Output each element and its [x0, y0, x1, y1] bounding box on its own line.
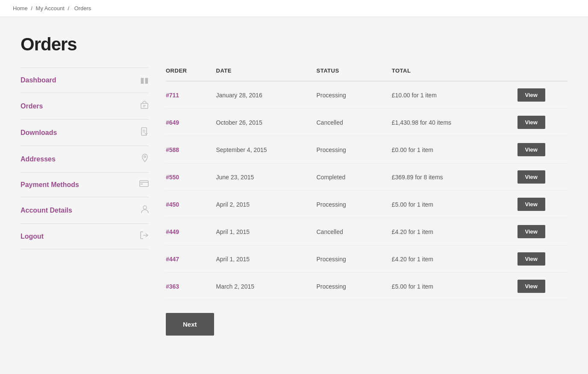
top-bar: Home / My Account / Orders: [0, 0, 588, 17]
order-number-link[interactable]: #447: [166, 256, 179, 263]
order-number-cell: #550: [166, 164, 216, 191]
orders-icon: [140, 101, 149, 111]
table-row: #711January 28, 2016Processing£10.00 for…: [166, 81, 567, 109]
table-row: #649October 26, 2015Cancelled£1,430.98 f…: [166, 109, 567, 136]
sidebar-label-account-details: Account Details: [21, 207, 72, 214]
view-order-button[interactable]: View: [517, 88, 545, 102]
orders-content: ORDER DATE STATUS TOTAL #711January 28, …: [166, 67, 567, 336]
order-status-cell: Processing: [317, 81, 392, 109]
col-header-total: TOTAL: [392, 67, 517, 81]
order-status-cell: Cancelled: [317, 218, 392, 245]
sidebar-label-orders: Orders: [21, 102, 43, 110]
table-row: #588September 4, 2015Processing£0.00 for…: [166, 136, 567, 164]
order-number-link[interactable]: #550: [166, 174, 179, 181]
order-date-cell: April 2, 2015: [216, 191, 317, 218]
downloads-icon: [141, 127, 149, 138]
order-status-cell: Processing: [317, 245, 392, 273]
order-number-cell: #711: [166, 81, 216, 109]
order-total-cell: £4.20 for 1 item: [392, 218, 517, 245]
order-status-cell: Processing: [317, 191, 392, 218]
order-status-cell: Completed: [317, 164, 392, 191]
sidebar-item-orders[interactable]: Orders: [21, 93, 149, 120]
order-total-cell: £1,430.98 for 40 items: [392, 109, 517, 136]
breadcrumb-my-account[interactable]: My Account: [36, 5, 65, 12]
order-status-cell: Processing: [317, 273, 392, 300]
sidebar-item-downloads[interactable]: Downloads: [21, 120, 149, 146]
order-date-cell: January 28, 2016: [216, 81, 317, 109]
logout-icon: [140, 231, 149, 241]
view-order-button[interactable]: View: [517, 252, 545, 266]
view-order-button[interactable]: View: [517, 225, 545, 238]
order-number-link[interactable]: #588: [166, 146, 179, 153]
sidebar-item-payment-methods[interactable]: Payment Methods: [21, 172, 149, 197]
order-date-cell: April 1, 2015: [216, 245, 317, 273]
order-action-cell: View: [517, 109, 568, 136]
order-number-cell: #588: [166, 136, 216, 164]
order-date-cell: June 23, 2015: [216, 164, 317, 191]
main-container: Orders Dashboard ▮▮ Orders: [8, 17, 580, 353]
order-total-cell: £0.00 for 1 item: [392, 136, 517, 164]
order-action-cell: View: [517, 218, 568, 245]
order-total-cell: £5.00 for 1 item: [392, 191, 517, 218]
order-number-cell: #447: [166, 245, 216, 273]
order-total-cell: £10.00 for 1 item: [392, 81, 517, 109]
breadcrumb: Home / My Account / Orders: [13, 5, 575, 12]
table-row: #449April 1, 2015Cancelled£4.20 for 1 it…: [166, 218, 567, 245]
order-date-cell: September 4, 2015: [216, 136, 317, 164]
order-number-cell: #450: [166, 191, 216, 218]
view-order-button[interactable]: View: [517, 116, 545, 129]
sidebar-label-logout: Logout: [21, 233, 44, 240]
view-order-button[interactable]: View: [517, 170, 545, 184]
breadcrumb-orders: Orders: [74, 5, 91, 12]
view-order-button[interactable]: View: [517, 198, 545, 211]
svg-point-10: [143, 206, 147, 209]
col-header-action: [517, 67, 568, 81]
sidebar-label-addresses: Addresses: [21, 155, 56, 163]
order-action-cell: View: [517, 245, 568, 273]
sidebar-label-downloads: Downloads: [21, 129, 57, 137]
order-number-cell: #449: [166, 218, 216, 245]
sidebar-item-dashboard[interactable]: Dashboard ▮▮: [21, 67, 149, 93]
order-status-cell: Processing: [317, 136, 392, 164]
dashboard-icon: ▮▮: [140, 76, 149, 85]
order-action-cell: View: [517, 273, 568, 300]
order-number-link[interactable]: #450: [166, 201, 179, 208]
sidebar-item-addresses[interactable]: Addresses: [21, 146, 149, 172]
sidebar-label-payment-methods: Payment Methods: [21, 181, 79, 189]
breadcrumb-home[interactable]: Home: [13, 5, 28, 12]
order-number-link[interactable]: #711: [166, 92, 179, 99]
sidebar-item-logout[interactable]: Logout: [21, 224, 149, 249]
col-header-date: DATE: [216, 67, 317, 81]
svg-rect-9: [141, 184, 143, 184]
table-row: #363March 2, 2015Processing£5.00 for 1 i…: [166, 273, 567, 300]
order-action-cell: View: [517, 136, 568, 164]
view-order-button[interactable]: View: [517, 143, 545, 156]
order-action-cell: View: [517, 191, 568, 218]
next-button[interactable]: Next: [166, 313, 214, 336]
account-details-icon: [141, 205, 149, 216]
order-total-cell: £4.20 for 1 item: [392, 245, 517, 273]
order-total-cell: £369.89 for 8 items: [392, 164, 517, 191]
order-action-cell: View: [517, 164, 568, 191]
col-header-order: ORDER: [166, 67, 216, 81]
page-title: Orders: [21, 34, 567, 55]
table-row: #550June 23, 2015Completed£369.89 for 8 …: [166, 164, 567, 191]
order-date-cell: October 26, 2015: [216, 109, 317, 136]
svg-rect-0: [141, 103, 148, 108]
order-number-link[interactable]: #363: [166, 283, 179, 290]
addresses-icon: [141, 154, 149, 164]
svg-point-6: [144, 156, 146, 158]
view-order-button[interactable]: View: [517, 280, 545, 293]
order-number-link[interactable]: #649: [166, 119, 179, 126]
order-number-cell: #649: [166, 109, 216, 136]
sidebar: Dashboard ▮▮ Orders Downloads: [21, 67, 149, 249]
sidebar-label-dashboard: Dashboard: [21, 76, 56, 84]
order-number-link[interactable]: #449: [166, 228, 179, 235]
table-row: #447April 1, 2015Processing£4.20 for 1 i…: [166, 245, 567, 273]
sidebar-item-account-details[interactable]: Account Details: [21, 197, 149, 224]
table-row: #450April 2, 2015Processing£5.00 for 1 i…: [166, 191, 567, 218]
order-total-cell: £5.00 for 1 item: [392, 273, 517, 300]
order-number-cell: #363: [166, 273, 216, 300]
order-date-cell: March 2, 2015: [216, 273, 317, 300]
order-date-cell: April 1, 2015: [216, 218, 317, 245]
